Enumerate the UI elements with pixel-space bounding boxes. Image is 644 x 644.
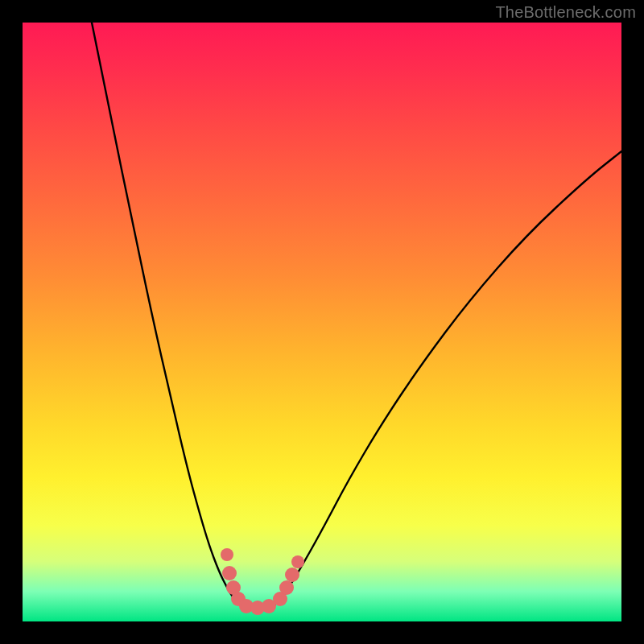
plot-area: [23, 23, 621, 621]
outer-frame: TheBottleneck.com: [0, 0, 644, 644]
marker-group: [221, 548, 304, 615]
chart-svg: [23, 23, 621, 621]
marker-point: [279, 580, 294, 595]
series-right-branch: [274, 151, 621, 605]
curve-group: [92, 23, 621, 608]
marker-point: [285, 568, 299, 582]
marker-point: [291, 555, 304, 568]
watermark-text: TheBottleneck.com: [495, 3, 636, 22]
marker-point: [222, 566, 237, 580]
series-left-branch: [92, 23, 242, 605]
marker-point: [221, 548, 233, 561]
